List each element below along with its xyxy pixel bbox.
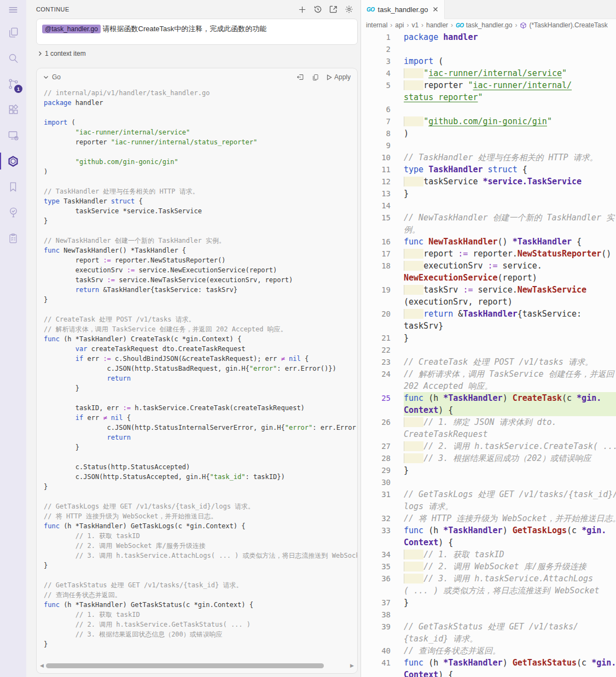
- editor-line[interactable]: 11type TaskHandler struct {: [361, 164, 616, 176]
- editor-line[interactable]: NewExecutionService(report): [361, 272, 616, 284]
- plus-icon[interactable]: [298, 5, 306, 14]
- horizontal-scrollbar[interactable]: ◀ ▶: [40, 661, 354, 670]
- editor-line[interactable]: 2: [361, 43, 616, 55]
- apply-button[interactable]: Apply: [327, 73, 351, 81]
- breadcrumb-item-file[interactable]: GO task_handler.go: [456, 21, 512, 29]
- editor-line[interactable]: 17 report := reporter.NewStatusReporter(…: [361, 248, 616, 260]
- editor-line[interactable]: 35 // 2. 调用 WebSocket 库/服务升级连接: [361, 561, 616, 573]
- menu-icon[interactable]: [0, 0, 26, 20]
- editor-line[interactable]: 25func (h *TaskHandler) CreateTask(c *gi…: [361, 392, 616, 404]
- editor-line[interactable]: 10// TaskHandler 处理与任务相关的 HTTP 请求。: [361, 151, 616, 164]
- scrollbar-thumb[interactable]: [46, 663, 324, 668]
- editor-line[interactable]: 36 // 3. 调用 h.taskService.AttachLogs: [361, 573, 616, 585]
- editor-line[interactable]: 31// GetTaskLogs 处理 GET /v1/tasks/{task_…: [361, 488, 616, 500]
- editor-line[interactable]: 41func (h *TaskHandler) GetTaskStatus(c …: [361, 657, 616, 669]
- app-window: 1 CONTINUE: [0, 0, 616, 677]
- editor-line[interactable]: 22: [361, 344, 616, 356]
- copy-code-icon[interactable]: [312, 73, 319, 81]
- code-line: [44, 305, 357, 314]
- editor-line[interactable]: 23// CreateTask 处理 POST /v1/tasks 请求。: [361, 356, 616, 368]
- code-line: [44, 147, 357, 157]
- code-line: return: [44, 373, 357, 383]
- editor-line[interactable]: 6: [361, 103, 616, 115]
- editor-line[interactable]: 14: [361, 200, 616, 212]
- editor-line[interactable]: 13}: [361, 188, 616, 200]
- editor-line[interactable]: 27 // 2. 调用 h.taskService.CreateTask( ..…: [361, 440, 616, 452]
- continue-chat-panel: CONTINUE @task_handler.go 请根据函数CreateTas…: [26, 0, 361, 677]
- editor-line[interactable]: 29}: [361, 464, 616, 476]
- chat-input[interactable]: @task_handler.go 请根据函数CreateTask中的注释，完成此…: [36, 19, 358, 45]
- gear-icon[interactable]: [345, 5, 353, 14]
- editor-line[interactable]: 34 // 1. 获取 taskID: [361, 548, 616, 561]
- code-line: c.JSON(http.StatusInternalServerError, g…: [44, 423, 357, 433]
- editor-line[interactable]: 38: [361, 609, 616, 621]
- editor-code-content[interactable]: 1package handler23import (4 "iac-runner/…: [361, 31, 616, 677]
- editor-line[interactable]: ( ... ) 或类似方法，将日志流推送到 WebSocket: [361, 585, 616, 597]
- editor-line[interactable]: 28 // 3. 根据结果返回成功（202）或错误响应: [361, 452, 616, 464]
- editor-line[interactable]: 40// 查询任务状态并返回。: [361, 645, 616, 657]
- editor-line[interactable]: (executionSrv, report): [361, 296, 616, 308]
- editor-line[interactable]: 26 // 1. 绑定 JSON 请求体到 dto.: [361, 416, 616, 428]
- context-pill[interactable]: @task_handler.go: [42, 25, 101, 33]
- breadcrumb-item[interactable]: v1: [411, 21, 419, 29]
- breadcrumb-item-symbol[interactable]: (*TaskHandler).CreateTask: [520, 21, 607, 29]
- editor-line[interactable]: 19 taskSrv := service.NewTaskService: [361, 284, 616, 296]
- editor-line[interactable]: taskSrv}: [361, 320, 616, 332]
- editor-line[interactable]: 18 executionSrv := service.: [361, 260, 616, 272]
- editor-line[interactable]: 8): [361, 127, 616, 139]
- history-icon[interactable]: [313, 5, 322, 14]
- source-control-icon[interactable]: 1: [0, 71, 26, 97]
- editor-line[interactable]: logs 请求。: [361, 500, 616, 512]
- editor-line[interactable]: 7 "github.com/gin-gonic/gin": [361, 115, 616, 127]
- continue-icon[interactable]: [0, 148, 26, 174]
- open-external-icon[interactable]: [329, 5, 338, 14]
- editor-line[interactable]: Context) {: [361, 404, 616, 416]
- code-line: c.JSON(http.StatusBadRequest, gin.H{"err…: [44, 364, 357, 373]
- editor-line[interactable]: 例。: [361, 224, 616, 236]
- scroll-left-arrow[interactable]: ◀: [40, 663, 44, 668]
- tab-close-icon[interactable]: [432, 6, 439, 13]
- scroll-right-arrow[interactable]: ▶: [350, 663, 354, 668]
- editor-tab[interactable]: GO task_handler.go: [361, 0, 445, 19]
- editor-line[interactable]: CreateTaskRequest: [361, 428, 616, 440]
- editor-line[interactable]: Context) {: [361, 536, 616, 548]
- breadcrumb-item[interactable]: api: [395, 21, 404, 29]
- copy-icon[interactable]: [0, 20, 26, 45]
- scm-badge: 1: [14, 85, 22, 93]
- editor-line[interactable]: 39// GetTaskStatus 处理 GET /v1/tasks/: [361, 621, 616, 633]
- chevron-right-icon: [37, 51, 43, 56]
- breadcrumb-item[interactable]: handler: [426, 21, 448, 29]
- insert-at-cursor-icon[interactable]: [297, 73, 304, 81]
- editor-line[interactable]: Context) {: [361, 669, 616, 677]
- search-icon[interactable]: [0, 45, 26, 71]
- breadcrumb-item[interactable]: internal: [366, 21, 387, 29]
- editor-line[interactable]: 21}: [361, 332, 616, 344]
- editor-line[interactable]: 20 return &TaskHandler{taskService:: [361, 308, 616, 320]
- editor-line[interactable]: 4 "iac-runner/internal/service": [361, 67, 616, 79]
- checklist-icon[interactable]: [0, 225, 26, 251]
- editor-line[interactable]: status_reporter": [361, 91, 616, 103]
- editor-line[interactable]: 15// NewTaskHandler 创建一个新的 TaskHandler 实: [361, 212, 616, 224]
- editor-line[interactable]: 37}: [361, 597, 616, 609]
- editor-line[interactable]: {task_id} 请求。: [361, 633, 616, 645]
- line-number: 21: [361, 332, 404, 344]
- chevron-down-icon[interactable]: [43, 74, 49, 80]
- editor-line[interactable]: 202 Accepted 响应。: [361, 380, 616, 392]
- remote-explorer-icon[interactable]: [0, 122, 26, 148]
- test-tree-icon[interactable]: [0, 200, 26, 225]
- editor-line[interactable]: 12 taskService *service.TaskService: [361, 176, 616, 188]
- line-number: [361, 633, 404, 645]
- context-items-toggle[interactable]: 1 context item: [37, 50, 358, 57]
- extensions-icon[interactable]: [0, 97, 26, 122]
- bookmark-icon[interactable]: [0, 174, 26, 200]
- editor-line[interactable]: 24// 解析请求体，调用 TaskService 创建任务，并返回: [361, 368, 616, 380]
- editor-line[interactable]: 1package handler: [361, 31, 616, 43]
- editor-line[interactable]: 30: [361, 476, 616, 488]
- editor-line[interactable]: 32// 将 HTTP 连接升级为 WebSocket，并开始推送日志。: [361, 512, 616, 524]
- editor-line[interactable]: 33func (h *TaskHandler) GetTaskLogs(c *g…: [361, 524, 616, 536]
- editor-line[interactable]: 3import (: [361, 55, 616, 67]
- editor-line[interactable]: 5 reporter "iac-runner/internal/: [361, 79, 616, 91]
- editor-line[interactable]: 16func NewTaskHandler() *TaskHandler {: [361, 236, 616, 248]
- editor-line[interactable]: 9: [361, 139, 616, 151]
- code-line: taskService *service.TaskService: [44, 206, 357, 216]
